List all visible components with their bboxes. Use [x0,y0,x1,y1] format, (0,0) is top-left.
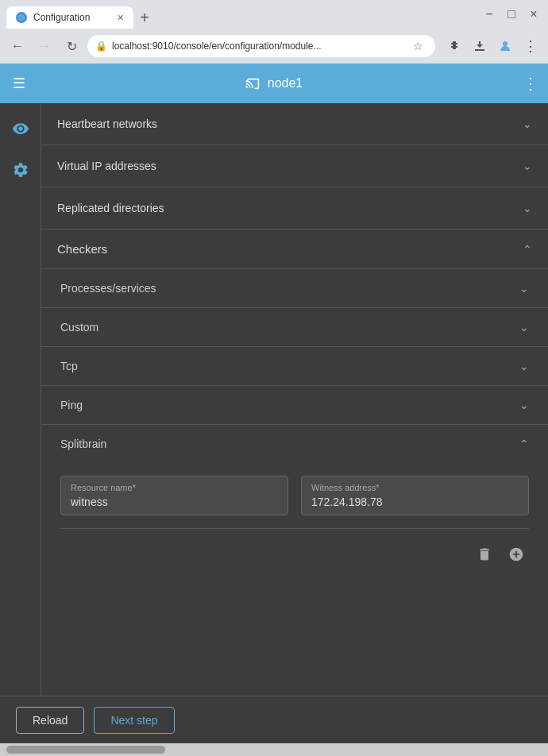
virtual-ip-accordion: Virtual IP addresses ⌄ [41,145,548,187]
processes-services-accordion: Processes/services ⌄ [41,268,548,307]
more-options-button[interactable]: ⋮ [519,35,542,57]
replicated-directories-chevron: ⌄ [523,202,532,214]
splitbrain-form-row: Resource name* witness Witness address* … [60,476,529,515]
checkers-content: Processes/services ⌄ Custom ⌄ [41,268,548,583]
app-title: node1 [245,74,303,94]
replicated-directories-label: Replicated directories [57,202,164,214]
menu-button[interactable]: ☰ [10,71,29,95]
tab-title: Configuration [33,12,90,23]
checkers-label: Checkers [57,242,107,256]
sidebar [0,103,41,696]
custom-label: Custom [60,321,98,334]
custom-accordion: Custom ⌄ [41,307,548,346]
extensions-button[interactable] [443,35,465,57]
splitbrain-divider [60,528,529,529]
virtual-ip-chevron: ⌄ [523,160,532,172]
reload-button[interactable]: Reload [16,707,84,734]
witness-address-field[interactable]: Witness address* 172.24.198.78 [301,476,529,515]
tcp-header[interactable]: Tcp ⌄ [41,347,548,385]
next-step-button[interactable]: Next step [94,707,174,734]
address-bar: ← → ↻ 🔒 localhost:9010/console/en/config… [0,29,548,64]
heartbeat-networks-accordion: Heartbeart networks ⌄ [41,103,548,145]
reload-button[interactable]: ↻ [60,35,83,57]
processes-services-label: Processes/services [60,282,156,295]
splitbrain-content: Resource name* witness Witness address* … [41,463,548,583]
ping-label: Ping [60,399,83,411]
splitbrain-header[interactable]: Splitbrain ⌃ [41,425,548,463]
virtual-ip-header[interactable]: Virtual IP addresses ⌄ [41,145,548,187]
resource-name-field[interactable]: Resource name* witness [60,476,288,515]
scrollbar-thumb[interactable] [6,746,165,754]
checkers-chevron: ⌃ [523,243,532,256]
tcp-chevron: ⌄ [519,360,529,372]
app-container: ☰ node1 ⋮ [0,64,548,743]
sidebar-icon-eye[interactable] [8,116,33,141]
main-content: Heartbeart networks ⌄ Virtual IP address… [0,103,548,696]
maximize-button[interactable]: □ [504,7,519,21]
cast-icon [245,74,261,94]
processes-services-chevron: ⌄ [519,282,529,295]
splitbrain-chevron: ⌃ [519,438,529,450]
tcp-label: Tcp [60,360,78,372]
lock-icon: 🔒 [95,40,107,52]
app-header: ☰ node1 ⋮ [0,64,548,103]
window-controls: − □ × [481,7,542,21]
custom-header[interactable]: Custom ⌄ [41,308,548,346]
browser-actions: ⋮ [443,35,542,57]
witness-address-value: 172.24.198.78 [311,496,519,508]
url-bar[interactable]: 🔒 localhost:9010/console/en/configuratio… [87,35,435,57]
tab-bar: Configuration × + [6,0,156,29]
custom-chevron: ⌄ [519,321,529,334]
heartbeat-networks-header[interactable]: Heartbeart networks ⌄ [41,103,548,145]
star-icon[interactable]: ☆ [408,37,427,56]
tab-icon [16,12,27,23]
resource-name-value: witness [71,496,278,508]
add-button[interactable] [504,542,529,567]
splitbrain-section: Splitbrain ⌃ Resource name* witness Wit [41,424,548,583]
checkers-section-header[interactable]: Checkers ⌃ [41,230,548,268]
ping-accordion: Ping ⌄ [41,385,548,424]
svg-point-0 [18,14,25,21]
replicated-directories-accordion: Replicated directories ⌄ [41,187,548,230]
tcp-accordion: Tcp ⌄ [41,346,548,385]
heartbeat-networks-label: Heartbeart networks [57,118,157,130]
app-node-title: node1 [268,76,303,91]
svg-point-1 [503,41,507,46]
sidebar-icon-gear[interactable] [8,157,33,183]
virtual-ip-label: Virtual IP addresses [57,160,156,172]
title-bar: Configuration × + − □ × [0,0,548,29]
active-tab[interactable]: Configuration × [6,6,133,29]
splitbrain-action-row [60,538,529,570]
resource-name-label: Resource name* [71,483,278,492]
replicated-directories-header[interactable]: Replicated directories ⌄ [41,187,548,229]
url-text: localhost:9010/console/en/configuration/… [112,40,403,52]
new-tab-button[interactable]: + [133,6,156,29]
window-close-button[interactable]: × [526,7,542,21]
tab-close-btn[interactable]: × [118,11,124,24]
download-button[interactable] [469,35,491,57]
ping-header[interactable]: Ping ⌄ [41,386,548,424]
content-panel[interactable]: Heartbeart networks ⌄ Virtual IP address… [41,103,548,696]
delete-button[interactable] [472,542,497,567]
bottom-bar: Reload Next step [0,696,548,743]
profile-button[interactable] [494,35,516,57]
back-button[interactable]: ← [6,35,29,57]
minimize-button[interactable]: − [481,7,497,21]
horizontal-scrollbar[interactable] [0,743,548,756]
witness-address-label: Witness address* [311,483,519,492]
ping-chevron: ⌄ [519,399,529,411]
heartbeat-networks-chevron: ⌄ [523,118,532,130]
app-more-button[interactable]: ⋮ [523,74,538,93]
splitbrain-label: Splitbrain [60,438,106,450]
processes-services-header[interactable]: Processes/services ⌄ [41,269,548,307]
forward-button[interactable]: → [33,35,56,57]
